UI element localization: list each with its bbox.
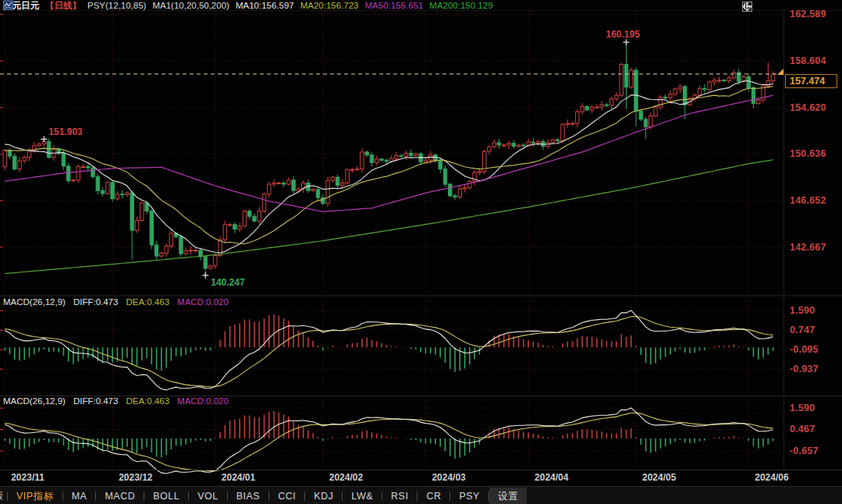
price-axis-label: 146.652 — [790, 195, 826, 206]
x-axis-month-label: 2024/01 — [222, 472, 255, 483]
indicator-chart-icon[interactable] — [3, 0, 13, 10]
macd-dea-value: DEA:0.463 — [126, 396, 169, 407]
period-label: 【日线】 — [45, 0, 81, 12]
price-axis-label: 142.667 — [790, 242, 826, 253]
tab-BOLL[interactable]: BOLL — [144, 488, 188, 504]
x-axis-month-label: 2023/12 — [119, 472, 152, 483]
tab-KDJ[interactable]: KDJ — [305, 488, 342, 504]
x-axis-month-label: 2024/05 — [642, 472, 676, 483]
macd1-axis-label: 1.590 — [790, 305, 815, 316]
x-axis-month-label: 2024/06 — [755, 472, 788, 483]
macd-dea-value: DEA:0.463 — [126, 297, 169, 308]
price-axis-label: 162.589 — [790, 9, 826, 20]
indicator-tabbar: 版VIP指标MAMACDBOLLVOLBIASCCIKDJLW&RSICRPSY… — [0, 486, 842, 504]
macd-panel-2 — [0, 401, 783, 474]
macd-macd-value: MACD:0.020 — [177, 297, 229, 308]
macd1-axis-label: 0.747 — [790, 325, 815, 335]
ma10-value: MA10:156.597 — [236, 1, 294, 10]
x-axis-month-label: 2024/03 — [432, 472, 465, 483]
trading-app-window: 美元日元 【日线】 PSY(12,10,85) MA1(10,20,50,200… — [0, 0, 842, 504]
ma50-value: MA50:155.651 — [365, 1, 424, 10]
psy-params-label: PSY(12,10,85) — [87, 1, 146, 10]
macd-params-label: MACD(26,12,9) — [3, 396, 66, 407]
tab-PSY[interactable]: PSY — [450, 488, 489, 504]
macd-diff-value: DIFF:0.473 — [73, 297, 119, 308]
macd1-axis-label: -0.095 — [790, 344, 819, 355]
macd2-axis-label: 0.467 — [790, 424, 815, 435]
price-annotation: 151.903 — [48, 126, 82, 137]
tab-clipped[interactable]: 版 — [0, 488, 7, 504]
macd-macd-value: MACD:0.020 — [177, 396, 229, 407]
tab-CCI[interactable]: CCI — [269, 488, 304, 504]
price-annotation: 160.195 — [606, 29, 639, 40]
macd-params-label: MACD(26,12,9) — [3, 297, 66, 308]
price-annotation: 140.247 — [211, 277, 244, 288]
macd1-axis-label: -0.937 — [790, 364, 819, 374]
tab-RSI[interactable]: RSI — [382, 488, 417, 504]
tab-MACD[interactable]: MACD — [96, 488, 144, 504]
axis-export-icon[interactable] — [742, 2, 752, 12]
tab-BIAS[interactable]: BIAS — [228, 488, 269, 504]
tab-LW&[interactable]: LW& — [343, 488, 382, 504]
macd2-axis-label: 1.590 — [790, 403, 815, 413]
ma200-value: MA200:150.129 — [429, 1, 492, 10]
chart-canvas[interactable] — [0, 0, 842, 504]
ma-group-label: MA1(10,20,50,200) — [152, 1, 229, 10]
price-axis-label: 154.620 — [790, 102, 826, 113]
macd2-axis-label: -0.657 — [790, 445, 819, 456]
x-axis-month-label: 2023/11 — [11, 472, 44, 483]
x-axis-month-label: 2024/04 — [535, 472, 568, 483]
ma20-value: MA20:156.723 — [300, 1, 359, 10]
tab-VOL[interactable]: VOL — [189, 488, 227, 504]
price-axis-label: 158.604 — [790, 55, 826, 66]
x-axis-month-label: 2024/02 — [329, 472, 363, 483]
indicator-header: 美元日元 【日线】 PSY(12,10,85) MA1(10,20,50,200… — [3, 0, 493, 11]
macd-panel-1 — [0, 298, 783, 395]
price-axis-label: 150.636 — [790, 148, 826, 159]
tab-CR[interactable]: CR — [417, 488, 449, 504]
macd-panel2-header: MACD(26,12,9) DIFF:0.473 DEA:0.463 MACD:… — [3, 396, 229, 407]
current-price-label: 157.474 — [785, 74, 837, 88]
tab-MA[interactable]: MA — [63, 488, 96, 504]
macd-panel1-header: MACD(26,12,9) DIFF:0.473 DEA:0.463 MACD:… — [3, 297, 229, 308]
tab-设置[interactable]: 设置 — [489, 488, 527, 504]
tab-VIP指标[interactable]: VIP指标 — [8, 488, 62, 504]
candles-layer — [3, 42, 775, 275]
price-panel — [0, 11, 783, 294]
macd-diff-value: DIFF:0.473 — [73, 396, 119, 407]
